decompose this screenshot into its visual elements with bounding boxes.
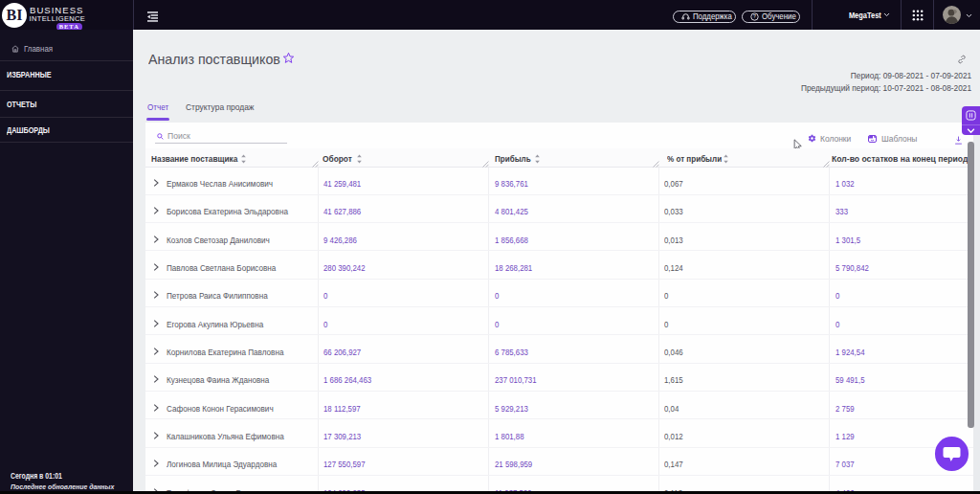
svg-text:?: ? (753, 13, 756, 19)
